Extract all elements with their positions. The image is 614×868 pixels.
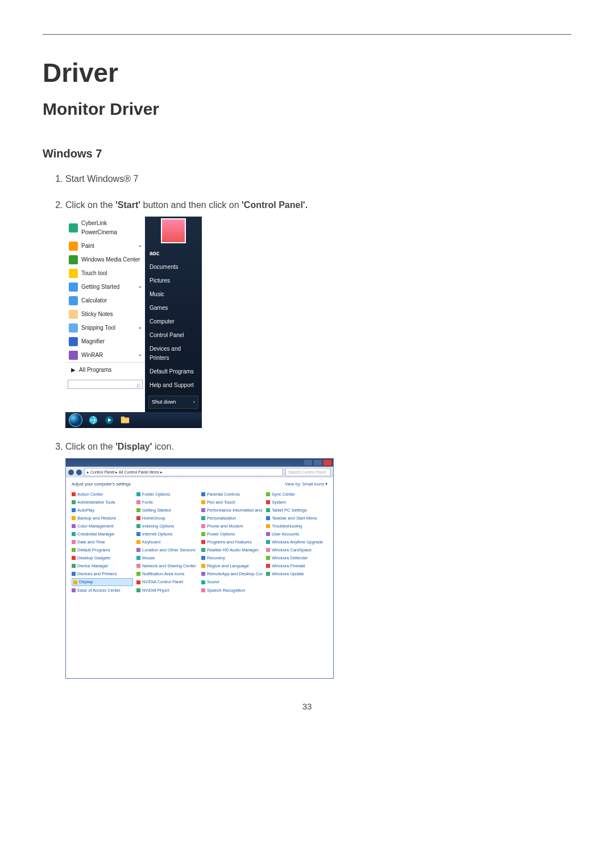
start-menu-right-item[interactable]: Pictures <box>145 274 202 288</box>
shutdown-button[interactable]: Shut down <box>148 396 198 408</box>
cp-item[interactable]: Notification Area Icons <box>136 570 198 578</box>
cp-item[interactable]: Display <box>72 578 133 586</box>
app-icon <box>69 296 78 305</box>
cp-item[interactable]: Phone and Modem <box>201 522 263 530</box>
cp-viewby[interactable]: View by: Small icons ▾ <box>285 481 327 488</box>
cp-item[interactable] <box>266 578 327 586</box>
start-menu-right-item[interactable]: Devices and Printers <box>145 342 202 365</box>
cp-item[interactable]: Realtek HD Audio Manager <box>201 546 263 554</box>
cp-item[interactable]: Windows Firewall <box>266 562 327 570</box>
cp-item[interactable]: Fonts <box>136 499 198 506</box>
cp-titlebar <box>66 459 333 467</box>
cp-item[interactable]: Personalization <box>201 514 263 522</box>
cp-item-icon <box>72 516 76 520</box>
cp-item[interactable] <box>266 587 327 594</box>
start-menu-item[interactable]: Calculator <box>65 294 145 308</box>
cp-item[interactable]: Windows Defender <box>266 554 327 562</box>
cp-item[interactable]: Mouse <box>136 554 198 562</box>
start-menu-item[interactable]: Snipping Tool▸ <box>65 321 145 335</box>
cp-item[interactable]: Troubleshooting <box>266 522 327 530</box>
start-menu-right-item[interactable]: Games <box>145 301 202 315</box>
breadcrumb[interactable]: ▸ Control Panel ▸ All Control Panel Item… <box>84 468 283 476</box>
cp-item[interactable]: Tablet PC Settings <box>266 506 327 514</box>
start-menu-item[interactable]: Sticky Notes <box>65 308 145 321</box>
cp-item[interactable]: Folder Options <box>136 491 198 498</box>
cp-item[interactable]: Speech Recognition <box>201 587 263 594</box>
cp-item[interactable]: Getting Started <box>136 506 198 514</box>
start-menu-right-item[interactable]: Help and Support <box>145 379 202 392</box>
cp-item[interactable]: Ease of Access Center <box>72 587 133 594</box>
cp-item[interactable]: Device Manager <box>72 562 133 570</box>
cp-item[interactable]: Indexing Options <box>136 522 198 530</box>
cp-item[interactable]: Color Management <box>72 522 133 530</box>
cp-item[interactable]: Programs and Features <box>201 538 263 546</box>
cp-item[interactable]: Windows Anytime Upgrade <box>266 538 327 546</box>
cp-item[interactable]: Date and Time <box>72 538 133 546</box>
cp-item[interactable]: Default Programs <box>72 546 133 554</box>
cp-item[interactable]: Backup and Restore <box>72 514 133 522</box>
cp-item[interactable]: Taskbar and Start Menu <box>266 514 327 522</box>
cp-items-grid: Action CenterFolder OptionsParental Cont… <box>66 489 333 599</box>
cp-item[interactable]: Credential Manager <box>72 530 133 538</box>
back-button[interactable] <box>68 470 74 475</box>
app-icon <box>69 242 78 251</box>
cp-item[interactable]: AutoPlay <box>72 506 133 514</box>
cp-item-icon <box>201 580 205 584</box>
start-menu-item[interactable]: WinRAR▸ <box>65 348 145 362</box>
start-orb-icon[interactable] <box>69 413 82 427</box>
start-search-input[interactable] <box>68 380 143 389</box>
cp-item[interactable]: Pen and Touch <box>201 499 263 506</box>
cp-item[interactable]: Administrative Tools <box>72 499 133 506</box>
cp-item[interactable]: Devices and Printers <box>72 570 133 578</box>
cp-item-icon <box>266 556 270 560</box>
cp-item[interactable]: Keyboard <box>136 538 198 546</box>
cp-item[interactable]: Parental Controls <box>201 491 263 498</box>
start-menu-item[interactable]: CyberLink PowerCinema <box>65 217 145 239</box>
forward-button[interactable] <box>76 470 82 475</box>
cp-item[interactable]: NVIDIA PhysX <box>136 587 198 594</box>
explorer-icon[interactable] <box>120 415 130 425</box>
cp-item[interactable]: Desktop Gadgets <box>72 554 133 562</box>
cp-item-label: Network and Sharing Center <box>142 563 196 570</box>
cp-item[interactable]: Power Options <box>201 530 263 538</box>
ie-icon[interactable] <box>88 415 98 425</box>
start-menu-item[interactable]: Touch tool <box>65 267 145 280</box>
minimize-button[interactable] <box>304 459 313 466</box>
start-menu-right-item[interactable]: Music <box>145 288 202 301</box>
cp-item[interactable]: Sound <box>201 578 263 586</box>
cp-item[interactable]: HomeGroup <box>136 514 198 522</box>
cp-item-label: Mouse <box>142 555 155 562</box>
maximize-button[interactable] <box>313 459 322 466</box>
user-name[interactable]: aoc <box>145 247 202 260</box>
cp-item-label: Programs and Features <box>207 539 252 546</box>
cp-item[interactable]: Recovery <box>201 554 263 562</box>
cp-item[interactable]: Windows CardSpace <box>266 546 327 554</box>
cp-item-label: Realtek HD Audio Manager <box>207 547 259 554</box>
cp-item-icon <box>201 556 205 560</box>
start-menu-right-item[interactable]: Control Panel <box>145 329 202 342</box>
start-menu-right-item[interactable]: Documents <box>145 260 202 274</box>
cp-search-input[interactable]: Search Control Panel <box>285 468 331 476</box>
close-button[interactable] <box>323 459 332 466</box>
cp-item[interactable]: Windows Update <box>266 570 327 578</box>
cp-item[interactable]: Action Center <box>72 491 133 498</box>
submenu-arrow-icon: ▸ <box>139 243 142 250</box>
start-menu-right-item[interactable]: Default Programs <box>145 365 202 379</box>
cp-item[interactable]: User Accounts <box>266 530 327 538</box>
start-menu-item[interactable]: Getting Started▸ <box>65 280 145 294</box>
cp-item[interactable]: System <box>266 499 327 506</box>
cp-item[interactable]: Sync Center <box>266 491 327 498</box>
cp-item[interactable]: Performance Information and Tools <box>201 506 263 514</box>
start-menu-item[interactable]: Paint▸ <box>65 239 145 253</box>
cp-item[interactable]: NVIDIA Control Panel <box>136 578 198 586</box>
cp-item[interactable]: RemoteApp and Desktop Connections <box>201 570 263 578</box>
cp-item[interactable]: Internet Options <box>136 530 198 538</box>
start-menu-item[interactable]: Magnifier <box>65 335 145 348</box>
cp-item[interactable]: Location and Other Sensors <box>136 546 198 554</box>
start-menu-right-item[interactable]: Computer <box>145 315 202 329</box>
start-menu-item[interactable]: Windows Media Center <box>65 253 145 267</box>
cp-item[interactable]: Network and Sharing Center <box>136 562 198 570</box>
all-programs[interactable]: ▶All Programs <box>65 362 145 377</box>
cp-item[interactable]: Region and Language <box>201 562 263 570</box>
media-player-icon[interactable] <box>104 415 114 425</box>
